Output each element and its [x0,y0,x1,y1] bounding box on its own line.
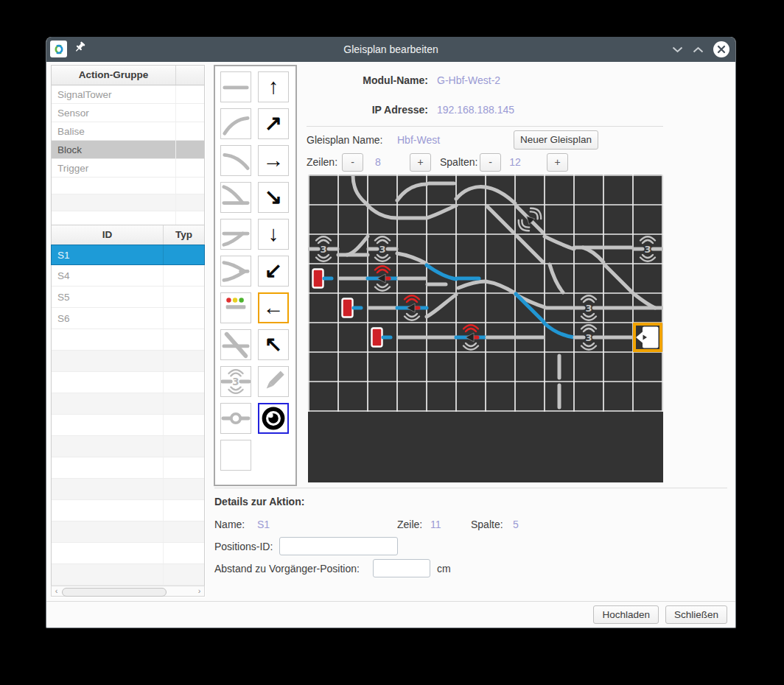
grid-cell-4-10[interactable] [574,264,603,293]
grid-cell-7-7[interactable] [486,352,515,382]
grid-cell-5-5[interactable] [427,293,456,323]
straight-track[interactable] [220,71,251,102]
eye[interactable] [258,403,289,434]
crossing-track[interactable] [220,329,251,360]
grid-cell-7-6[interactable] [456,352,486,382]
arrow-down-icon[interactable]: ↓ [258,219,289,250]
close-button[interactable] [713,41,729,57]
scroll-left-icon[interactable]: ‹ [52,586,61,596]
grid-cell-5-10[interactable] [574,293,603,323]
neuer-gleisplan-button[interactable]: Neuer Gleisplan [514,130,598,150]
horizontal-scrollbar[interactable]: ‹ › [51,586,205,597]
grid-cell-6-8[interactable] [515,323,545,352]
grid-cell-8-6[interactable] [456,382,486,411]
grid-cell-6-10[interactable] [574,323,603,352]
grid-cell-3-8[interactable] [515,234,545,264]
grid-cell-3-9[interactable] [545,234,574,264]
sidebar-item-sensor[interactable]: Sensor [52,104,204,122]
grid-cell-8-5[interactable] [427,382,456,411]
grid-cell-1-12[interactable] [633,175,662,205]
id-row-s5[interactable]: S5 [52,287,204,308]
grid-cell-6-1[interactable] [309,323,338,352]
grid-cell-4-8[interactable] [515,264,545,293]
grid-cell-4-7[interactable] [486,264,515,293]
grid-cell-1-8[interactable] [515,175,545,205]
grid-cell-2-1[interactable] [309,205,338,234]
grid-cell-1-6[interactable] [456,175,486,205]
grid-cell-6-5[interactable] [427,323,456,352]
track-plan-canvas[interactable]: 3 3 3 3 3 [308,175,663,482]
grid-cell-1-11[interactable] [603,175,633,205]
minimize-button[interactable] [672,46,683,53]
grid-cell-3-6[interactable] [456,234,486,264]
spalten-plus-button[interactable]: + [547,153,568,172]
grid-cell-1-2[interactable] [338,175,368,205]
grid-cell-5-2[interactable] [338,293,368,323]
schliessen-button[interactable]: Schließen [665,605,727,624]
grid-cell-1-10[interactable] [574,175,603,205]
grid-cell-4-9[interactable] [545,264,574,293]
grid-cell-1-9[interactable] [545,175,574,205]
signal-tool[interactable] [220,292,251,323]
grid-cell-8-11[interactable] [603,382,633,411]
sidebar-item-balise[interactable]: Balise [52,122,204,141]
grid-cell-4-11[interactable] [603,264,633,293]
grid-cell-2-10[interactable] [574,205,603,234]
arrow-right-icon[interactable]: → [258,145,289,176]
grid-cell-6-4[interactable] [397,323,427,352]
grid-cell-5-3[interactable] [368,293,397,323]
grid-cell-5-9[interactable] [545,293,574,323]
scroll-right-icon[interactable]: › [195,586,204,596]
grid-cell-5-6[interactable] [456,293,486,323]
id-row-s1[interactable]: S1 [51,245,205,265]
pencil[interactable] [258,366,289,397]
grid-cell-2-7[interactable] [486,205,515,234]
grid-cell-3-11[interactable] [603,234,633,264]
curve-up-track[interactable] [220,108,251,139]
grid-cell-2-6[interactable] [456,205,486,234]
grid-cell-3-10[interactable] [574,234,603,264]
grid-cell-2-8[interactable] [515,205,545,234]
grid-cell-6-6[interactable] [456,323,486,352]
grid-cell-8-12[interactable] [633,382,662,411]
grid-cell-7-3[interactable] [368,352,397,382]
sidebar-item-signaltower[interactable]: SignalTower [52,85,204,104]
arrow-up-right-icon[interactable]: ↗ [258,108,289,139]
id-row-s4[interactable]: S4 [52,265,204,287]
switch-bottom-track[interactable] [220,219,251,250]
sidebar-item-trigger[interactable]: Trigger [52,159,204,178]
grid-cell-5-7[interactable] [486,293,515,323]
grid-cell-5-12[interactable] [633,293,662,323]
grid-cell-5-4[interactable] [397,293,427,323]
grid-cell-3-1[interactable] [309,234,338,264]
grid-cell-6-11[interactable] [603,323,633,352]
grid-cell-5-1[interactable] [309,293,338,323]
scrollbar-thumb[interactable] [62,588,167,597]
zeilen-plus-button[interactable]: + [410,153,431,172]
grid-cell-7-10[interactable] [574,352,603,382]
positions-id-input[interactable] [279,537,398,555]
grid-cell-2-5[interactable] [427,205,456,234]
grid-cell-1-4[interactable] [397,175,427,205]
track-grid[interactable]: 3 3 3 3 3 [308,175,663,412]
switch-top-track[interactable] [220,182,251,213]
balise-tool[interactable] [220,403,251,434]
arrow-down-left-icon[interactable]: ↙ [258,256,289,287]
grid-cell-3-7[interactable] [486,234,515,264]
grid-cell-5-8[interactable] [515,293,545,323]
grid-cell-6-9[interactable] [545,323,574,352]
grid-cell-8-9[interactable] [545,382,574,411]
grid-cell-2-3[interactable] [368,205,397,234]
grid-cell-3-5[interactable] [427,234,456,264]
grid-cell-4-5[interactable] [427,264,456,293]
spalten-minus-button[interactable]: - [480,153,501,172]
grid-cell-8-2[interactable] [338,382,368,411]
arrow-up-icon[interactable]: ↑ [258,71,289,102]
grid-cell-7-12[interactable] [633,352,662,382]
grid-cell-3-2[interactable] [338,234,368,264]
hochladen-button[interactable]: Hochladen [593,605,659,624]
grid-cell-3-12[interactable] [633,234,662,264]
grid-cell-7-4[interactable] [397,352,427,382]
grid-cell-2-9[interactable] [545,205,574,234]
sensor-tool[interactable]: 3 [220,366,251,397]
